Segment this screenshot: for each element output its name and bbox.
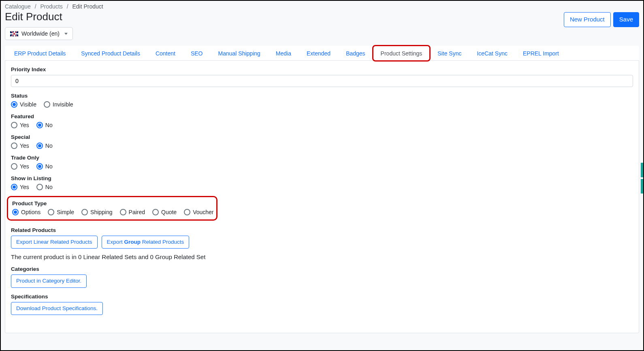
chevron-down-icon [64,33,68,35]
special-no-radio[interactable]: No [36,143,53,149]
tab-manual-shipping[interactable]: Manual Shipping [211,46,268,61]
specifications-label: Specifications [11,294,633,300]
product-type-voucher-radio[interactable]: Voucher [184,209,213,215]
product-type-options-radio[interactable]: Options [12,209,41,215]
tab-extended[interactable]: Extended [299,46,338,61]
uk-flag-icon [10,31,18,36]
save-button[interactable]: Save [613,12,639,27]
tab-product-settings[interactable]: Product Settings [373,46,430,61]
page-title: Edit Product [5,11,103,23]
download-specifications-button[interactable]: Download Product Specifications. [11,302,103,315]
new-product-button[interactable]: New Product [564,12,611,27]
priority-index-input[interactable] [11,75,633,87]
show-listing-no-radio[interactable]: No [36,184,53,190]
locale-selector[interactable]: Worldwide (en) [5,27,73,40]
trade-only-label: Trade Only [11,155,633,161]
product-type-shipping-radio[interactable]: Shipping [81,209,113,215]
breadcrumb: Catalogue / Products / Edit Product [5,3,103,10]
show-listing-label: Show in Listing [11,175,633,181]
show-listing-yes-radio[interactable]: Yes [11,184,29,190]
product-type-label: Product Type [12,200,212,206]
locale-label: Worldwide (en) [21,30,60,37]
status-visible-radio[interactable]: Visible [11,101,36,108]
scroll-marker-icon [641,163,643,194]
product-type-paired-radio[interactable]: Paired [120,209,145,215]
breadcrumb-current: Edit Product [72,3,103,10]
trade-only-no-radio[interactable]: No [36,163,53,170]
featured-no-radio[interactable]: No [36,122,53,128]
breadcrumb-root[interactable]: Catalogue [5,3,31,10]
featured-label: Featured [11,113,633,119]
tab-seo[interactable]: SEO [183,46,211,61]
special-yes-radio[interactable]: Yes [11,143,29,149]
related-products-label: Related Products [11,227,633,233]
status-label: Status [11,93,633,99]
product-type-quote-radio[interactable]: Quote [152,209,177,215]
tabs: ERP Product Details Synced Product Detai… [5,46,639,61]
categories-label: Categories [11,266,633,272]
priority-index-label: Priority Index [11,66,633,72]
related-products-info: The current product is in 0 Linear Relat… [11,253,633,260]
product-settings-panel: Priority Index Status Visible Invisible … [5,61,639,333]
tab-badges[interactable]: Badges [338,46,373,61]
tab-eprel-import[interactable]: EPREL Import [515,46,567,61]
featured-yes-radio[interactable]: Yes [11,122,29,128]
export-group-related-button[interactable]: Export Group Related Products [102,236,190,249]
tab-erp-product-details[interactable]: ERP Product Details [6,46,73,61]
special-label: Special [11,134,633,140]
status-invisible-radio[interactable]: Invisible [44,101,73,108]
breadcrumb-products[interactable]: Products [41,3,63,10]
tab-site-sync[interactable]: Site Sync [430,46,469,61]
trade-only-yes-radio[interactable]: Yes [11,163,29,170]
export-linear-related-button[interactable]: Export Linear Related Products [11,236,98,249]
tab-media[interactable]: Media [268,46,299,61]
tab-content[interactable]: Content [148,46,183,61]
tab-icecat-sync[interactable]: IceCat Sync [469,46,515,61]
product-type-section: Product Type Options Simple Shipping Pai… [7,196,218,221]
tab-synced-product-details[interactable]: Synced Product Details [73,46,148,61]
product-in-category-editor-button[interactable]: Product in Category Editor. [11,274,87,287]
product-type-simple-radio[interactable]: Simple [48,209,74,215]
